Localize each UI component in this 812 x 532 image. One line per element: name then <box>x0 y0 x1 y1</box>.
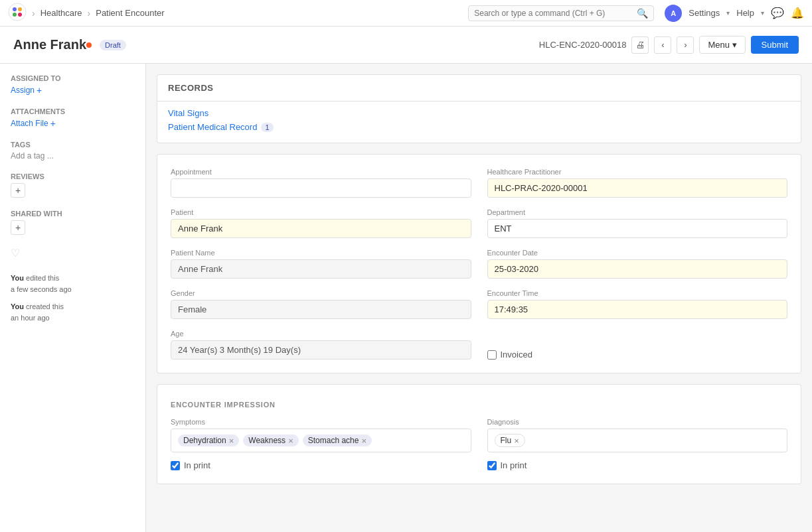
page-header: Anne Frank Draft HLC-ENC-2020-00018 🖨 ‹ … <box>0 27 812 64</box>
svg-point-2 <box>18 7 22 11</box>
practitioner-label: Healthcare Practitioner <box>487 168 788 176</box>
next-button[interactable]: › <box>677 36 694 54</box>
symptoms-in-print-row: In print <box>171 460 471 470</box>
patient-label: Patient <box>171 208 471 216</box>
settings-chevron-icon: ▾ <box>726 9 730 17</box>
svg-point-3 <box>13 13 17 17</box>
settings-button[interactable]: Settings <box>689 8 720 18</box>
breadcrumb-healthcare[interactable]: Healthcare <box>41 8 82 18</box>
diagnosis-label: Diagnosis <box>487 418 788 426</box>
menu-button[interactable]: Menu ▾ <box>699 36 745 54</box>
svg-point-0 <box>9 3 26 21</box>
diagnosis-input[interactable]: Flu × <box>487 429 788 452</box>
practitioner-input[interactable] <box>487 178 788 198</box>
avatar[interactable]: A <box>665 5 682 22</box>
breadcrumb-sep-2: › <box>88 8 91 19</box>
search-bar[interactable]: 🔍 <box>468 5 654 21</box>
gender-input[interactable] <box>171 300 471 319</box>
sidebar: Assigned To Assign + Attachments Attach … <box>0 64 146 532</box>
attach-plus-icon: + <box>50 118 56 129</box>
practitioner-group: Healthcare Practitioner <box>487 168 788 198</box>
encounter-date-input[interactable] <box>487 259 788 279</box>
topnav: › Healthcare › Patient Encounter 🔍 A Set… <box>0 0 812 27</box>
patient-input[interactable] <box>171 219 471 238</box>
tags-label: Tags <box>11 141 135 149</box>
shared-with-section: Shared With + <box>11 210 135 235</box>
breadcrumb-sep-1: › <box>32 8 35 19</box>
shared-with-label: Shared With <box>11 210 135 218</box>
records-card: Records Vital Signs Patient Medical Reco… <box>157 74 801 143</box>
age-input <box>171 340 471 360</box>
attachments-section: Attachments Attach File + <box>11 107 135 129</box>
encounter-impression-card: ENCOUNTER IMPRESSION Symptoms Dehydratio… <box>157 384 801 484</box>
diagnosis-in-print-row: In print <box>487 460 788 470</box>
form-grid: Appointment Healthcare Practitioner Pati… <box>171 168 787 360</box>
breadcrumb-patient-encounter[interactable]: Patient Encounter <box>96 8 164 18</box>
attach-file-link[interactable]: Attach File + <box>11 118 135 129</box>
encounter-time-label: Encounter Time <box>487 289 788 297</box>
patient-medical-record-link[interactable]: Patient Medical Record 1 <box>168 122 790 132</box>
chat-icon[interactable]: 💬 <box>771 7 784 19</box>
reviews-section: Reviews + <box>11 172 135 198</box>
favorite-heart[interactable]: ♡ <box>11 247 135 259</box>
invoiced-group: Invoiced <box>487 330 788 360</box>
assign-link[interactable]: Assign + <box>11 85 135 96</box>
tags-section: Tags Add a tag ... <box>11 141 135 161</box>
page-header-right: HLC-ENC-2020-00018 🖨 ‹ › Menu ▾ Submit <box>539 36 799 54</box>
encounter-date-group: Encounter Date <box>487 249 788 279</box>
invoiced-checkbox[interactable] <box>487 350 497 360</box>
diagnosis-in-print-label: In print <box>501 460 527 470</box>
patient-form-card: Appointment Healthcare Practitioner Pati… <box>157 154 801 373</box>
encounter-time-group: Encounter Time <box>487 289 788 319</box>
remove-flu-icon[interactable]: × <box>514 436 519 445</box>
symptom-chip-stomach-ache[interactable]: Stomach ache × <box>303 434 372 446</box>
remove-dehydration-icon[interactable]: × <box>229 436 234 445</box>
symptom-chip-weakness[interactable]: Weakness × <box>243 434 298 446</box>
vital-signs-link[interactable]: Vital Signs <box>168 108 790 118</box>
submit-button[interactable]: Submit <box>751 36 799 54</box>
appointment-input[interactable] <box>171 178 471 198</box>
doc-id: HLC-ENC-2020-00018 <box>539 40 627 50</box>
appointment-label: Appointment <box>171 168 471 176</box>
reviews-label: Reviews <box>11 172 135 180</box>
diagnosis-chip-flu[interactable]: Flu × <box>495 434 525 447</box>
help-button[interactable]: Help <box>736 8 754 18</box>
impression-grid: Symptoms Dehydration × Weakness × Stomac… <box>171 418 787 470</box>
topnav-actions: A Settings ▾ Help ▾ 💬 🔔 <box>665 5 804 22</box>
add-review-button[interactable]: + <box>11 183 25 198</box>
diagnosis-in-print-checkbox[interactable] <box>487 461 497 470</box>
search-input[interactable] <box>474 9 637 18</box>
search-icon: 🔍 <box>637 8 648 19</box>
symptoms-in-print-label: In print <box>184 460 210 470</box>
remove-stomach-ache-icon[interactable]: × <box>361 436 366 445</box>
svg-point-4 <box>18 13 22 17</box>
patient-group: Patient <box>171 208 471 238</box>
draft-dot <box>86 42 92 48</box>
symptoms-group: Symptoms Dehydration × Weakness × Stomac… <box>171 418 471 470</box>
page-title: Anne Frank <box>13 37 86 52</box>
age-label: Age <box>171 330 471 338</box>
encounter-impression-heading: ENCOUNTER IMPRESSION <box>171 401 787 409</box>
patient-name-input[interactable] <box>171 259 471 279</box>
diagnosis-group: Diagnosis Flu × In print <box>487 418 788 470</box>
logo <box>8 3 27 23</box>
prev-button[interactable]: ‹ <box>654 36 671 54</box>
bell-icon[interactable]: 🔔 <box>791 7 804 19</box>
symptoms-input[interactable]: Dehydration × Weakness × Stomach ache × <box>171 429 471 452</box>
symptoms-in-print-checkbox[interactable] <box>171 461 180 470</box>
assigned-to-label: Assigned To <box>11 74 135 82</box>
invoiced-checkbox-row: Invoiced <box>487 350 788 360</box>
remove-weakness-icon[interactable]: × <box>288 436 293 445</box>
symptom-chip-dehydration[interactable]: Dehydration × <box>178 434 239 446</box>
activity-section: You edited this a few seconds ago You cr… <box>11 273 135 323</box>
encounter-date-label: Encounter Date <box>487 249 788 257</box>
add-shared-button[interactable]: + <box>11 220 25 235</box>
main-content: Records Vital Signs Patient Medical Reco… <box>146 64 812 532</box>
print-button[interactable]: 🖨 <box>631 36 649 54</box>
encounter-time-input[interactable] <box>487 300 788 319</box>
department-group: Department <box>487 208 788 238</box>
department-input[interactable] <box>487 219 788 238</box>
symptoms-label: Symptoms <box>171 418 471 426</box>
pmr-count-badge: 1 <box>261 123 273 132</box>
add-tag-link[interactable]: Add a tag ... <box>11 151 135 161</box>
